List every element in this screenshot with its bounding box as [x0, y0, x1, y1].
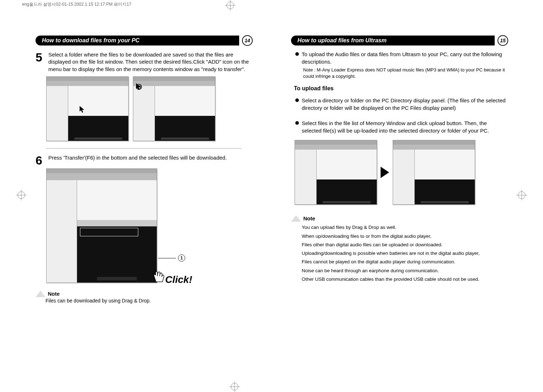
step5-screenshots: 1 [36, 76, 252, 141]
cursor-icon [79, 105, 86, 114]
screenshot-add-right: 1 [133, 76, 215, 141]
callout-leader-1: 1 [158, 254, 185, 262]
crop-mark-bottom [229, 381, 240, 392]
toolbar-callout-1: 1 [135, 83, 143, 90]
crop-info-text: eng울드라 설명서02-01-15 2002.1.15 12:17 PM 페이… [22, 1, 131, 7]
ready-bar [77, 220, 157, 226]
note-label-right: Note [303, 214, 315, 221]
bullet-icon [295, 98, 299, 102]
crop-mark-right [516, 190, 527, 200]
screenshot-add-left [46, 76, 129, 141]
page-right: How to upload files from Ultrasm 15 To u… [291, 36, 507, 304]
crop-mark-top [225, 0, 236, 11]
screenshot-transfer: 1 Click! [46, 168, 157, 283]
note-item: Uploading/downloading is possible when b… [302, 250, 507, 257]
upload-screens-row [295, 140, 507, 205]
transfer-button[interactable] [97, 277, 137, 280]
memory-row-highlight [80, 228, 138, 236]
screenshot-upload-after [393, 140, 475, 205]
upload-bullet-1-text: Select a directory or folder on the PC D… [302, 97, 507, 112]
note-triangle-icon [36, 291, 45, 297]
step-6-text: Press 'Transfer'(F6) in the bottom and t… [48, 154, 227, 166]
note-body-left: Files can be downloaded by using Drag & … [45, 298, 252, 304]
intro-note: Note : M-Any Loader Express does NOT upl… [303, 67, 507, 80]
upload-subhead: To upload files [294, 85, 507, 92]
note-item: Noise can be heard through an earphone d… [302, 267, 507, 274]
notes-list: You can upload files by Drag & Drop as w… [302, 224, 507, 283]
section-title-left: How to download files from your PC [42, 37, 237, 44]
note-item: Files other than digital audio files can… [302, 241, 507, 248]
intro-text: To upload the Audio files or data files … [302, 50, 507, 65]
page-left: How to download files from your PC 14 5 … [36, 36, 252, 304]
section-header-right: How to upload files from Ultrasm 15 [291, 36, 507, 45]
page-number-15: 15 [498, 35, 508, 46]
step-5: 5 Select a folder where the files to be … [36, 51, 252, 73]
note-label-left: Note [48, 289, 59, 297]
step-number-6: 6 [36, 154, 45, 166]
bullet-icon [295, 121, 299, 125]
click-label: Click! [165, 274, 192, 285]
note-item: Files cannot be played on the digital au… [302, 258, 507, 265]
note-item: Other USB communication cables than the … [302, 276, 507, 283]
arrow-right-icon [381, 167, 389, 178]
step-number-5: 5 [36, 51, 45, 73]
divider-line [46, 148, 241, 149]
note-item: You can upload files by Drag & Drop as w… [302, 224, 507, 231]
section-header-left: How to download files from your PC 14 [36, 36, 252, 45]
cursor-icon [135, 82, 143, 91]
hand-cursor-icon [151, 269, 166, 284]
step-6: 6 Press 'Transfer'(F6) in the bottom and… [36, 154, 252, 166]
step-5-text: Select a folder where the files to be do… [48, 51, 252, 73]
page-number-14: 14 [242, 35, 253, 46]
svg-line-13 [152, 273, 154, 274]
crop-mark-left [16, 190, 27, 200]
svg-line-14 [155, 270, 156, 272]
svg-line-12 [152, 270, 154, 272]
note-item: When up/downloading files to or from the… [302, 233, 507, 240]
upload-bullet-2: Select files in the file list of Memory … [295, 119, 507, 134]
screenshot-upload-before [295, 140, 377, 205]
upload-bullet-2-text: Select files in the file list of Memory … [302, 119, 507, 134]
note-triangle-icon [291, 215, 301, 222]
section-title-right: How to upload files from Ultrasm [297, 37, 493, 44]
bullet-icon [295, 52, 299, 56]
circled-1-right: 1 [178, 254, 185, 262]
intro-bullet: To upload the Audio files or data files … [295, 50, 507, 65]
upload-bullet-1: Select a directory or folder on the PC D… [295, 97, 507, 112]
